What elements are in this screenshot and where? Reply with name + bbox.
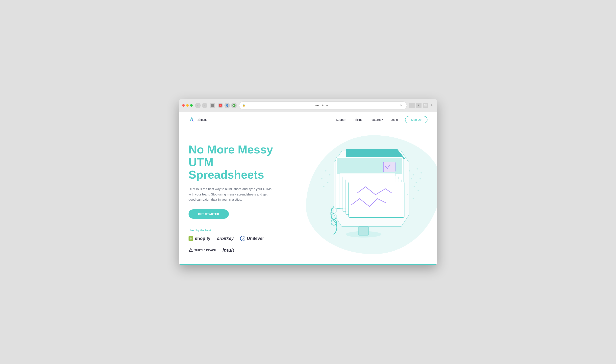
svg-point-36 [329,174,330,175]
svg-point-32 [418,190,419,191]
close-button[interactable] [182,104,185,107]
svg-point-38 [327,182,329,183]
window-controls [182,104,193,107]
nav-login[interactable]: Login [391,118,398,121]
reload-button[interactable]: ↻ [398,103,403,108]
hero-title: No More Messy UTM Spreadsheets [189,143,292,181]
browser-navigation: ‹ › [195,103,207,108]
unilever-logo: U Unilever [240,236,264,241]
hero-content: No More Messy UTM Spreadsheets UTM.io is… [189,135,292,253]
logo-icon [189,116,195,123]
address-bar[interactable]: 🔒 web.utm.io ↻ [239,102,407,109]
tab-overview-button[interactable]: ⬜ [423,103,428,108]
svg-point-31 [414,186,415,187]
new-tab-button[interactable]: + [429,103,434,108]
bottom-accent-bar [179,264,437,265]
svg-rect-1 [211,105,214,106]
chevron-down-icon: ▾ [382,118,383,121]
shopify-icon: S [189,236,193,241]
browser-window: ‹ › A ✓ [179,99,437,265]
svg-rect-21 [383,162,395,172]
svg-text:G: G [233,105,234,107]
hero-illustration [298,127,437,258]
forward-button[interactable]: › [202,103,207,108]
browser-extensions: A ✓ G [218,103,237,108]
svg-point-37 [321,178,323,179]
svg-point-25 [412,174,414,175]
lock-icon: 🔒 [243,104,245,107]
logo-text: utm.io [196,117,207,122]
svg-point-30 [420,178,421,179]
svg-point-26 [417,168,418,169]
iso-illustration [306,131,429,250]
url-text: web.utm.io [247,104,396,107]
svg-rect-11 [359,226,369,235]
adblock-extension[interactable]: A [218,103,223,108]
site-nav: utm.io Support Pricing Features ▾ Login … [179,112,437,127]
share-button[interactable]: ⬆ [416,103,422,108]
download-button[interactable]: ⬇ [409,103,415,108]
orbitkey-logo: orbitkey [217,236,234,241]
unilever-icon: U [240,236,245,241]
svg-rect-2 [211,106,214,107]
maximize-button[interactable] [190,104,193,107]
nav-links: Support Pricing Features ▾ Login Sign Up [336,116,427,123]
svg-point-27 [421,172,422,173]
signup-button[interactable]: Sign Up [405,116,427,123]
svg-text:✓: ✓ [227,105,228,106]
shopify-logo: S shopify [189,236,210,241]
intuit-logo: intuit [222,247,234,253]
social-proof: Used by the best S shopify orbitkey [189,229,292,253]
logo[interactable]: utm.io [189,116,207,123]
used-by-label: Used by the best [189,229,292,232]
svg-point-28 [411,178,412,179]
svg-point-35 [325,170,327,171]
hero-description: UTM.io is the best way to build, share a… [189,187,272,202]
minimize-button[interactable] [186,104,189,107]
hero-section: No More Messy UTM Spreadsheets UTM.io is… [179,127,437,265]
website-content: utm.io Support Pricing Features ▾ Login … [179,112,437,265]
svg-point-33 [407,194,408,195]
browser-toolbar-right: ⬇ ⬆ ⬜ + [409,103,434,108]
svg-rect-0 [211,104,214,105]
nav-support[interactable]: Support [336,118,346,121]
svg-point-29 [416,182,417,183]
shield-extension[interactable]: ✓ [224,103,230,108]
svg-point-34 [412,198,414,199]
nav-pricing[interactable]: Pricing [354,118,363,121]
svg-point-24 [409,170,410,171]
turtle-beach-logo: TURTLE BEACH [189,248,216,252]
svg-text:A: A [220,105,221,107]
brand-logos: S shopify orbitkey U Unilever [189,236,292,253]
back-button[interactable]: ‹ [195,103,201,108]
browser-titlebar: ‹ › A ✓ [179,99,437,112]
svg-point-39 [323,186,325,187]
sidebar-button[interactable] [210,103,215,108]
other-extension[interactable]: G [231,103,237,108]
nav-features[interactable]: Features ▾ [370,118,383,121]
cta-button[interactable]: GET STARTED [189,209,229,219]
